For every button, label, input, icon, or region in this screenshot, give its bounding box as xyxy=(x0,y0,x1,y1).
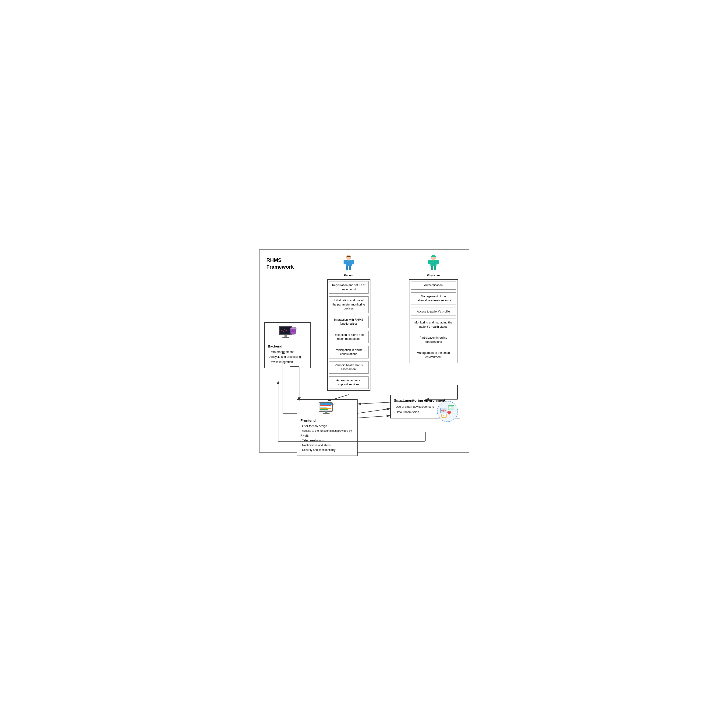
patient-uc-1: Registration and set up of an account xyxy=(329,281,368,294)
physician-use-cases: Authentication Management of the patient… xyxy=(409,280,458,363)
physician-header: Physician xyxy=(409,255,458,277)
svg-point-41 xyxy=(318,405,318,406)
svg-point-38 xyxy=(332,404,334,405)
svg-rect-48 xyxy=(442,414,446,417)
svg-rect-24 xyxy=(431,266,433,270)
svg-point-7 xyxy=(290,332,296,334)
patient-column: Patient Registration and set up of an ac… xyxy=(327,255,370,391)
svg-rect-12 xyxy=(348,259,350,261)
svg-point-30 xyxy=(321,404,322,404)
svg-rect-13 xyxy=(344,260,346,264)
patient-uc-4: Reception of alerts and recommendations xyxy=(329,331,368,343)
patient-uc-2: Initialization and use of the parameter … xyxy=(329,296,368,313)
svg-rect-32 xyxy=(320,405,331,406)
svg-rect-35 xyxy=(320,409,328,410)
svg-rect-21 xyxy=(433,259,435,261)
physician-uc-4: Monitoring and managing the patient's he… xyxy=(411,319,456,331)
svg-rect-19 xyxy=(432,255,435,256)
physician-uc-5: Participation in online consultations xyxy=(411,334,456,346)
svg-rect-15 xyxy=(346,266,348,270)
patient-icon xyxy=(343,255,355,273)
svg-rect-44 xyxy=(449,406,451,408)
svg-rect-23 xyxy=(436,260,439,264)
backend-bullets: - Data management - Analysis and process… xyxy=(268,350,307,365)
diagram-title: RHMS Framework xyxy=(266,257,294,270)
patient-uc-3: Interaction with RHMS functionalities xyxy=(329,316,368,328)
svg-rect-34 xyxy=(320,408,331,409)
patient-use-cases: Registration and set up of an account In… xyxy=(327,280,370,391)
physician-column: Physician Authentication Management of t… xyxy=(409,255,458,363)
svg-line-58 xyxy=(358,409,390,413)
svg-point-39 xyxy=(334,403,334,404)
svg-rect-16 xyxy=(349,266,351,270)
svg-rect-4 xyxy=(282,337,289,338)
svg-rect-3 xyxy=(285,335,287,337)
svg-rect-37 xyxy=(323,413,329,414)
physician-uc-6: Management of the smart environment xyxy=(411,349,456,361)
svg-rect-22 xyxy=(428,260,430,264)
patient-uc-7: Access to technical support services xyxy=(329,376,368,389)
frontend-title: Frontend xyxy=(300,418,354,422)
physician-icon xyxy=(428,255,439,273)
frontend-bullets: - User-friendly design - Access to the f… xyxy=(300,424,354,452)
smart-env-icon xyxy=(437,401,458,422)
backend-icon: </> xyxy=(268,325,307,342)
backend-box: </> Backend - Data management - Analysis… xyxy=(264,322,311,368)
svg-point-31 xyxy=(323,404,324,404)
patient-header: Patient xyxy=(327,255,370,277)
svg-rect-11 xyxy=(346,260,352,266)
physician-uc-2: Management of the patients/caretakers re… xyxy=(411,293,456,305)
patient-uc-6: Periodic health status assessment xyxy=(329,361,368,373)
smart-env-box: Smart monitoring environment - Use of sm… xyxy=(390,395,460,418)
patient-label: Patient xyxy=(344,274,353,277)
svg-rect-33 xyxy=(320,407,327,408)
physician-uc-1: Authentication xyxy=(411,281,456,290)
svg-point-40 xyxy=(318,404,319,404)
diagram-container: RHMS Framework </> Backend xyxy=(259,249,469,453)
physician-label: Physician xyxy=(427,274,440,277)
svg-rect-14 xyxy=(352,260,354,264)
svg-point-9 xyxy=(290,327,296,330)
frontend-icon xyxy=(300,402,354,417)
svg-line-59 xyxy=(358,416,390,418)
patient-uc-5: Participation in online consultations xyxy=(329,346,368,359)
svg-rect-25 xyxy=(434,266,436,270)
backend-title: Backend xyxy=(268,344,307,348)
svg-text:</>: </> xyxy=(281,329,287,332)
svg-rect-36 xyxy=(325,411,328,413)
svg-rect-20 xyxy=(430,260,436,266)
svg-point-29 xyxy=(320,404,321,404)
svg-rect-46 xyxy=(451,408,454,408)
svg-rect-45 xyxy=(451,406,454,407)
frontend-box: Frontend - User-friendly design - Access… xyxy=(297,399,358,456)
physician-uc-3: Access to patient's profile xyxy=(411,308,456,316)
